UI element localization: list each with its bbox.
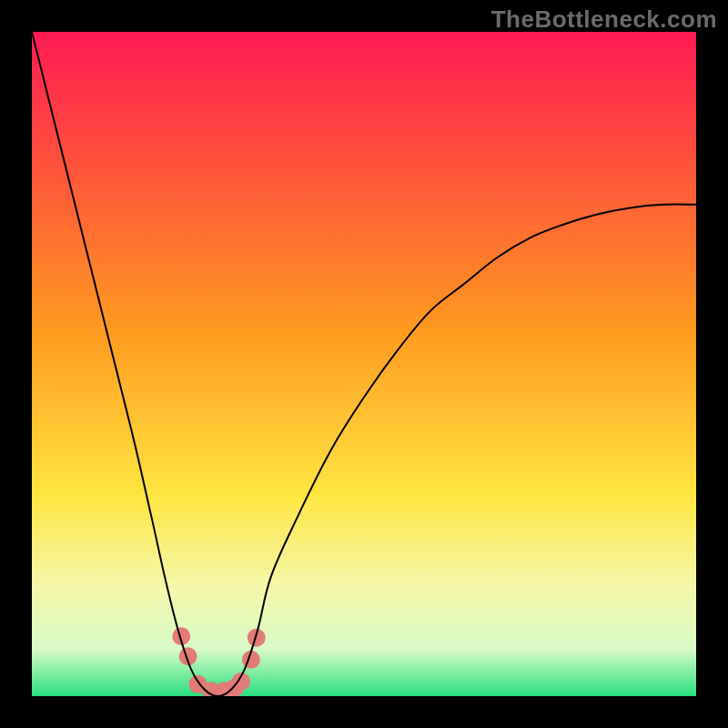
chart-svg: [32, 32, 696, 696]
gradient-background: [32, 32, 696, 696]
chart-frame: TheBottleneck.com: [0, 0, 728, 728]
plot-area: [32, 32, 696, 696]
watermark-text: TheBottleneck.com: [491, 5, 717, 34]
